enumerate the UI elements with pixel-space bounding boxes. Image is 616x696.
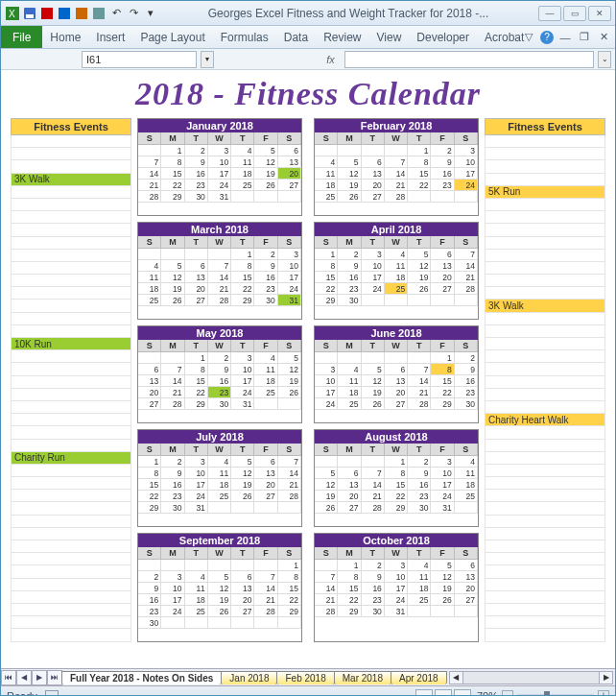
window-minimize-icon[interactable]: — [557,30,573,45]
day-cell[interactable]: 24 [431,491,454,502]
day-cell[interactable]: 27 [185,295,208,306]
day-cell[interactable]: 27 [362,191,385,203]
event-row[interactable] [11,325,131,338]
day-cell[interactable]: 1 [185,352,208,364]
day-cell[interactable] [185,560,208,571]
day-cell[interactable] [455,502,478,514]
day-cell[interactable]: 20 [254,479,277,491]
day-cell[interactable] [208,502,231,514]
day-cell[interactable]: 26 [278,387,301,398]
zoom-in-button[interactable]: + [598,690,609,697]
day-cell[interactable]: 10 [208,156,231,168]
ribbon-tab[interactable]: Review [316,31,368,44]
day-cell[interactable]: 7 [315,571,338,583]
day-cell[interactable]: 13 [455,571,478,583]
day-cell[interactable]: 20 [231,594,254,606]
day-cell[interactable]: 18 [208,479,231,491]
day-cell[interactable]: 22 [385,491,408,502]
day-cell[interactable]: 16 [408,479,431,491]
sheet-tab[interactable]: Apr 2018 [391,671,447,684]
event-row[interactable] [485,350,605,363]
event-row[interactable] [11,160,131,173]
event-row[interactable] [485,502,605,515]
day-cell[interactable]: 30 [138,617,161,629]
day-cell[interactable]: 1 [431,352,454,364]
event-row[interactable]: 3K Walk [11,174,131,186]
day-cell[interactable]: 23 [362,594,385,606]
day-cell[interactable]: 22 [231,283,254,295]
event-row[interactable] [485,287,605,300]
day-cell[interactable] [185,617,208,629]
event-row[interactable] [485,565,605,578]
day-cell[interactable] [161,352,184,364]
day-cell[interactable]: 7 [362,468,385,479]
day-cell[interactable]: 18 [185,594,208,606]
day-cell[interactable]: 15 [231,272,254,283]
event-row[interactable] [485,477,605,490]
minimize-button[interactable]: — [538,6,561,21]
day-cell[interactable]: 13 [338,479,361,491]
close-button[interactable]: ✕ [588,6,611,21]
day-cell[interactable]: 3 [362,249,385,260]
day-cell[interactable]: 2 [254,249,277,260]
day-cell[interactable]: 24 [185,491,208,502]
event-row[interactable] [485,250,605,262]
day-cell[interactable] [278,617,301,629]
window-restore-icon[interactable]: ❐ [577,30,592,45]
day-cell[interactable]: 15 [138,479,161,491]
day-cell[interactable]: 27 [385,398,408,410]
day-cell[interactable]: 10 [385,571,408,583]
day-cell[interactable]: 5 [408,249,431,260]
day-cell[interactable]: 28 [362,502,385,514]
event-row[interactable] [485,174,605,186]
day-cell[interactable]: 16 [208,375,231,387]
undo-icon[interactable]: ↶ [108,6,124,21]
day-cell[interactable] [278,191,301,203]
event-row[interactable] [485,376,605,389]
day-cell[interactable]: 26 [408,283,431,295]
day-cell[interactable]: 19 [431,583,454,594]
day-cell[interactable] [455,295,478,306]
day-cell[interactable] [231,560,254,571]
day-cell[interactable]: 21 [385,180,408,191]
day-cell[interactable]: 2 [185,145,208,156]
day-cell[interactable]: 28 [208,295,231,306]
event-row[interactable] [485,199,605,211]
macro-record-icon[interactable] [45,690,59,697]
day-cell[interactable]: 5 [231,456,254,468]
day-cell[interactable]: 25 [385,283,408,295]
day-cell[interactable]: 10 [231,364,254,375]
ribbon-tab[interactable]: Developer [409,31,477,44]
event-row[interactable] [485,363,605,375]
event-row[interactable] [485,275,605,287]
redo-icon[interactable]: ↷ [126,6,141,21]
day-cell[interactable] [408,606,431,617]
day-cell[interactable] [231,191,254,203]
help-icon[interactable]: ? [540,31,554,44]
day-cell[interactable]: 4 [231,145,254,156]
event-row[interactable] [11,275,131,287]
event-row[interactable] [11,502,131,515]
event-row[interactable] [11,579,131,591]
day-cell[interactable]: 7 [385,156,408,168]
day-cell[interactable]: 6 [138,364,161,375]
event-row[interactable] [11,313,131,325]
day-cell[interactable]: 3 [385,560,408,571]
file-tab[interactable]: File [1,26,42,48]
day-cell[interactable]: 3 [231,352,254,364]
event-row[interactable] [485,452,605,465]
day-cell[interactable]: 13 [431,260,454,272]
day-cell[interactable]: 27 [431,283,454,295]
event-row[interactable] [485,148,605,160]
day-cell[interactable]: 15 [315,272,338,283]
day-cell[interactable]: 11 [138,272,161,283]
day-cell[interactable] [315,352,338,364]
day-cell[interactable]: 21 [362,491,385,502]
excel-icon[interactable]: X [5,6,20,21]
event-row[interactable] [11,224,131,236]
day-cell[interactable] [208,249,231,260]
event-row[interactable] [485,629,605,641]
day-cell[interactable]: 17 [431,479,454,491]
event-row[interactable] [11,604,131,616]
zoom-level[interactable]: 70% [477,690,498,697]
